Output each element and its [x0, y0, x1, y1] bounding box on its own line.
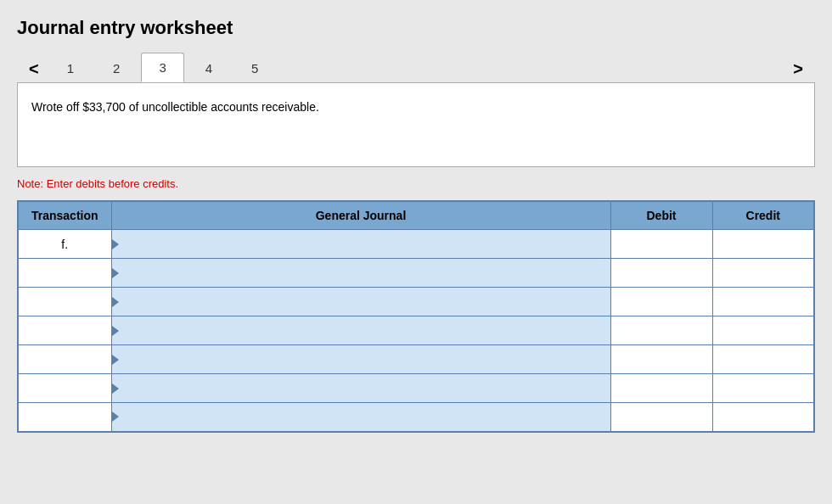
arrow-left-icon-3 [112, 326, 119, 336]
note-text: Note: Enter debits before credits. [17, 177, 815, 190]
next-arrow-button[interactable]: > [784, 55, 812, 82]
page-title: Journal entry worksheet [17, 17, 815, 39]
cell-credit-6[interactable] [712, 403, 814, 432]
cell-credit-4[interactable] [712, 345, 814, 374]
cell-general-journal-3[interactable] [111, 316, 610, 345]
arrow-left-icon-1 [112, 268, 119, 278]
col-header-general-journal: General Journal [111, 201, 610, 230]
cell-credit-5[interactable] [712, 374, 814, 403]
table-row [18, 259, 814, 288]
tab-4[interactable]: 4 [188, 53, 230, 82]
cell-transaction-1[interactable] [18, 259, 111, 288]
cell-credit-2[interactable] [712, 288, 814, 316]
cell-debit-1[interactable] [610, 259, 712, 288]
col-header-transaction: Transaction [18, 201, 111, 230]
table-row [18, 316, 814, 345]
cell-credit-1[interactable] [712, 259, 814, 288]
tab-3[interactable]: 3 [141, 53, 183, 82]
tab-2[interactable]: 2 [95, 53, 138, 82]
table-row [18, 403, 814, 432]
arrow-left-icon-4 [112, 355, 119, 365]
table-row: f. [18, 230, 814, 259]
cell-debit-6[interactable] [610, 403, 712, 432]
cell-credit-0[interactable] [712, 230, 814, 259]
cell-debit-3[interactable] [610, 316, 712, 345]
cell-general-journal-2[interactable] [111, 288, 610, 316]
tab-1[interactable]: 1 [49, 53, 92, 82]
prev-arrow-button[interactable]: < [20, 55, 48, 82]
cell-general-journal-5[interactable] [111, 374, 610, 403]
table-row [18, 288, 814, 316]
tab-5[interactable]: 5 [233, 53, 276, 82]
cell-debit-5[interactable] [610, 374, 712, 403]
col-header-debit: Debit [610, 201, 712, 230]
cell-general-journal-4[interactable] [111, 345, 610, 374]
arrow-left-icon-6 [112, 412, 119, 422]
cell-transaction-2[interactable] [18, 288, 111, 316]
cell-debit-2[interactable] [610, 288, 712, 316]
description-text: Wrote off $33,700 of uncollectible accou… [31, 100, 801, 114]
cell-transaction-5[interactable] [18, 374, 111, 403]
col-header-credit: Credit [712, 201, 814, 230]
cell-credit-3[interactable] [712, 316, 814, 345]
cell-transaction-4[interactable] [18, 345, 111, 374]
description-box: Wrote off $33,700 of uncollectible accou… [17, 82, 815, 167]
arrow-left-icon-5 [112, 384, 119, 394]
table-row [18, 345, 814, 374]
cell-general-journal-6[interactable] [111, 403, 610, 432]
cell-debit-0[interactable] [610, 230, 712, 259]
table-row [18, 374, 814, 403]
cell-transaction-6[interactable] [18, 403, 111, 432]
arrow-left-icon-2 [112, 297, 119, 307]
journal-table: Transaction General Journal Debit Credit… [17, 200, 815, 433]
cell-general-journal-0[interactable] [111, 230, 610, 259]
cell-transaction-0[interactable]: f. [18, 230, 111, 259]
cell-debit-4[interactable] [610, 345, 712, 374]
cell-general-journal-1[interactable] [111, 259, 610, 288]
cell-transaction-3[interactable] [18, 316, 111, 345]
arrow-left-icon-0 [112, 239, 119, 249]
tabs-navigation: < 1 2 3 4 5 > [17, 53, 815, 82]
